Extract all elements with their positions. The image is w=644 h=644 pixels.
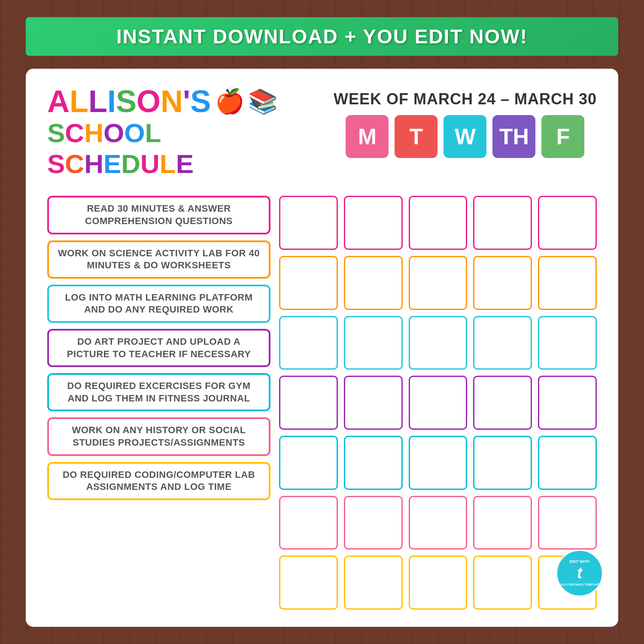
day-wednesday: W bbox=[444, 115, 486, 158]
task-5: DO REQUIRED EXCERCISES FOR GYM AND LOG T… bbox=[47, 373, 270, 411]
title-block: ALLISON'S 🍎 📚 SCHOOL SCHEDULE bbox=[47, 86, 278, 179]
grid-row-3 bbox=[279, 316, 597, 370]
check-5-f[interactable] bbox=[538, 436, 597, 490]
check-3-f[interactable] bbox=[538, 316, 597, 370]
check-grid bbox=[279, 196, 597, 610]
check-4-f[interactable] bbox=[538, 376, 597, 430]
check-2-m[interactable] bbox=[279, 256, 338, 310]
allison-name: ALLISON'S bbox=[47, 86, 211, 117]
check-4-t[interactable] bbox=[344, 376, 403, 430]
apple-emoji: 🍎 bbox=[215, 88, 245, 115]
check-7-w[interactable] bbox=[409, 556, 468, 610]
check-2-w[interactable] bbox=[409, 256, 468, 310]
task-7: DO REQUIRED CODING/COMPUTER LAB ASSIGNME… bbox=[47, 462, 270, 500]
check-6-t[interactable] bbox=[344, 496, 403, 550]
grid-row-4 bbox=[279, 376, 597, 430]
check-6-f[interactable] bbox=[538, 496, 597, 550]
task-4: DO ART PROJECT AND UPLOAD A PICTURE TO T… bbox=[47, 329, 270, 367]
week-of-label: WEEK OF MARCH 24 – MARCH 30 bbox=[334, 90, 597, 108]
check-6-th[interactable] bbox=[473, 496, 532, 550]
check-7-m[interactable] bbox=[279, 556, 338, 610]
check-3-m[interactable] bbox=[279, 316, 338, 370]
task-2: WORK ON SCIENCE ACTIVITY LAB FOR 40 MINU… bbox=[47, 240, 270, 279]
day-tuesday: T bbox=[395, 115, 437, 158]
check-6-w[interactable] bbox=[409, 496, 468, 550]
main-content: READ 30 MINUTES & ANSWER COMPREHENSION Q… bbox=[47, 196, 597, 610]
check-1-f[interactable] bbox=[538, 196, 597, 250]
check-3-t[interactable] bbox=[344, 316, 403, 370]
check-3-w[interactable] bbox=[409, 316, 468, 370]
name-row: ALLISON'S 🍎 📚 bbox=[47, 86, 278, 117]
check-2-t[interactable] bbox=[344, 256, 403, 310]
schedule-card: ALLISON'S 🍎 📚 SCHOOL SCHEDULE WEEK OF MA… bbox=[26, 69, 618, 627]
check-1-t[interactable] bbox=[344, 196, 403, 250]
day-monday: M bbox=[346, 115, 389, 158]
grid-row-7 bbox=[279, 556, 597, 610]
task-3: LOG INTO MATH LEARNING PLATFORM AND DO A… bbox=[47, 285, 270, 323]
day-friday: F bbox=[541, 115, 584, 158]
check-2-f[interactable] bbox=[538, 256, 597, 310]
grid-row-2 bbox=[279, 256, 597, 310]
check-7-t[interactable] bbox=[344, 556, 403, 610]
check-6-m[interactable] bbox=[279, 496, 338, 550]
check-4-m[interactable] bbox=[279, 376, 338, 430]
templett-badge: EDIT WITH t FULLY EDITABLE TEMPLATE bbox=[556, 550, 603, 597]
task-1: READ 30 MINUTES & ANSWER COMPREHENSION Q… bbox=[47, 196, 270, 234]
school-schedule-text: SCHOOL SCHEDULE bbox=[47, 117, 278, 179]
tasks-column: READ 30 MINUTES & ANSWER COMPREHENSION Q… bbox=[47, 196, 270, 610]
promo-banner: INSTANT DOWNLOAD + YOU EDIT NOW! bbox=[26, 17, 618, 56]
check-1-w[interactable] bbox=[409, 196, 468, 250]
schedule-word: SCHEDULE bbox=[47, 149, 278, 179]
header-row: ALLISON'S 🍎 📚 SCHOOL SCHEDULE WEEK OF MA… bbox=[47, 86, 597, 179]
check-5-t[interactable] bbox=[344, 436, 403, 490]
check-1-th[interactable] bbox=[473, 196, 532, 250]
check-4-w[interactable] bbox=[409, 376, 468, 430]
day-headers: M T W TH F bbox=[334, 115, 597, 158]
grid-row-1 bbox=[279, 196, 597, 250]
check-3-th[interactable] bbox=[473, 316, 532, 370]
day-thursday: TH bbox=[492, 115, 535, 158]
check-7-th[interactable] bbox=[473, 556, 532, 610]
check-5-th[interactable] bbox=[473, 436, 532, 490]
books-emoji: 📚 bbox=[248, 88, 278, 115]
check-5-w[interactable] bbox=[409, 436, 468, 490]
check-1-m[interactable] bbox=[279, 196, 338, 250]
grid-row-6 bbox=[279, 496, 597, 550]
check-4-th[interactable] bbox=[473, 376, 532, 430]
week-block: WEEK OF MARCH 24 – MARCH 30 M T W TH F bbox=[334, 86, 597, 158]
school-word: SCHOOL bbox=[47, 118, 278, 148]
check-2-th[interactable] bbox=[473, 256, 532, 310]
task-6: WORK ON ANY HISTORY OR SOCIAL STUDIES PR… bbox=[47, 417, 270, 456]
check-5-m[interactable] bbox=[279, 436, 338, 490]
grid-row-5 bbox=[279, 436, 597, 490]
